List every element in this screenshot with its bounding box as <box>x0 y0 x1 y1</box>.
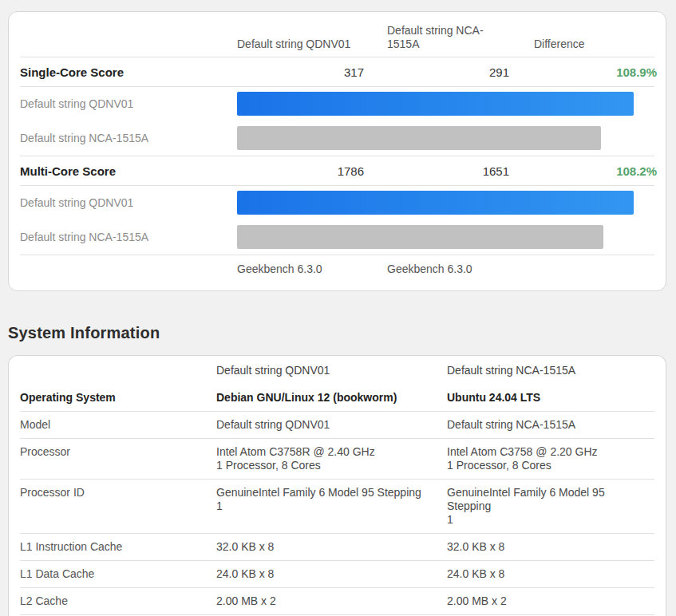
multi-core-difference: 108.2% <box>534 164 657 178</box>
row-value-system2: Intel Atom C3758 @ 2.20 GHz 1 Processor,… <box>447 445 654 472</box>
multi-core-score-label: Multi-Core Score <box>20 164 237 178</box>
sysinfo-row-operating-system: Operating System Debian GNU/Linux 12 (bo… <box>20 385 654 412</box>
row-value-system2: Default string NCA-1515A <box>447 418 654 432</box>
multi-core-bar-row-system1: Default string QDNV01 <box>20 186 654 220</box>
column-header-system1: Default string QDNV01 <box>237 38 387 51</box>
bar-label-system2: Default string NCA-1515A <box>20 231 237 243</box>
row-value-system2: Ubuntu 24.04 LTS <box>447 391 654 405</box>
benchmark-header-row: Default string QDNV01 Default string NCA… <box>20 12 654 57</box>
row-value-system1: 24.0 KB x 8 <box>216 567 447 581</box>
row-value-system1: GenuineIntel Family 6 Model 95 Stepping … <box>216 486 447 527</box>
column-header-difference: Difference <box>534 38 657 51</box>
row-value-system2: GenuineIntel Family 6 Model 95 Stepping … <box>447 486 654 527</box>
multi-core-score-system1: 1786 <box>237 164 387 178</box>
multi-core-bar-row-system2: Default string NCA-1515A <box>20 220 654 255</box>
row-label: L1 Data Cache <box>20 567 216 581</box>
benchmark-comparison-card: Default string QDNV01 Default string NCA… <box>8 11 666 291</box>
column-header-system2: Default string NCA-1515A <box>387 24 508 51</box>
sysinfo-row-l1-instruction-cache: L1 Instruction Cache 32.0 KB x 8 32.0 KB… <box>20 534 654 561</box>
row-label: L2 Cache <box>20 594 216 608</box>
single-core-bar-system1 <box>237 92 634 116</box>
single-core-bar-system2 <box>237 126 601 150</box>
single-core-score-label: Single-Core Score <box>20 65 237 79</box>
row-label: Model <box>20 418 216 432</box>
sysinfo-column-system1: Default string QDNV01 <box>216 364 447 377</box>
single-core-score-row: Single-Core Score 317 291 108.9% <box>20 57 654 87</box>
row-value-system1: Debian GNU/Linux 12 (bookworm) <box>216 391 447 405</box>
sysinfo-row-l2-cache: L2 Cache 2.00 MB x 2 2.00 MB x 2 <box>20 588 654 615</box>
single-core-score-system1: 317 <box>237 65 387 79</box>
row-value-system2: 32.0 KB x 8 <box>447 540 654 554</box>
bar-label-system2: Default string NCA-1515A <box>20 132 237 144</box>
bar-track <box>237 191 654 215</box>
sysinfo-column-system2: Default string NCA-1515A <box>447 364 654 377</box>
sysinfo-row-processor: Processor Intel Atom C3758R @ 2.40 GHz 1… <box>20 439 654 480</box>
row-value-system1: Intel Atom C3758R @ 2.40 GHz 1 Processor… <box>216 445 447 472</box>
row-value-system1: Default string QDNV01 <box>216 418 447 432</box>
row-value-system2: 2.00 MB x 2 <box>447 594 654 608</box>
single-core-score-system2: 291 <box>387 65 534 79</box>
multi-core-bar-system1 <box>237 191 634 215</box>
footer-spacer <box>534 263 657 275</box>
row-label: L1 Instruction Cache <box>20 540 216 554</box>
row-value-system1: 32.0 KB x 8 <box>216 540 447 554</box>
bar-track <box>237 92 654 116</box>
row-label: Operating System <box>20 391 216 405</box>
bar-track <box>237 126 654 150</box>
bar-label-system1: Default string QDNV01 <box>20 97 237 110</box>
sysinfo-row-model: Model Default string QDNV01 Default stri… <box>20 412 654 439</box>
multi-core-bar-system2 <box>237 225 603 249</box>
single-core-bar-row-system1: Default string QDNV01 <box>20 87 654 121</box>
benchmark-footer-row: Geekbench 6.3.0 Geekbench 6.3.0 <box>20 255 654 290</box>
single-core-bar-row-system2: Default string NCA-1515A <box>20 121 654 156</box>
multi-core-score-system2: 1651 <box>387 164 534 178</box>
sysinfo-row-processor-id: Processor ID GenuineIntel Family 6 Model… <box>20 480 654 534</box>
bar-track <box>237 225 654 249</box>
system-information-card: Default string QDNV01 Default string NCA… <box>8 355 666 616</box>
sysinfo-header-row: Default string QDNV01 Default string NCA… <box>20 356 654 385</box>
system-information-heading: System Information <box>8 324 666 342</box>
sysinfo-header-spacer <box>20 364 216 377</box>
row-label: Processor ID <box>20 486 216 527</box>
row-value-system1: 2.00 MB x 2 <box>216 594 447 608</box>
footer-spacer <box>20 263 237 275</box>
single-core-difference: 108.9% <box>534 65 657 79</box>
row-label: Processor <box>20 445 216 472</box>
multi-core-score-row: Multi-Core Score 1786 1651 108.2% <box>20 156 654 186</box>
sysinfo-row-l1-data-cache: L1 Data Cache 24.0 KB x 8 24.0 KB x 8 <box>20 561 654 588</box>
row-value-system2: 24.0 KB x 8 <box>447 567 654 581</box>
benchmark-version-system2: Geekbench 6.3.0 <box>387 263 534 275</box>
benchmark-version-system1: Geekbench 6.3.0 <box>237 263 387 275</box>
bar-label-system1: Default string QDNV01 <box>20 196 237 209</box>
